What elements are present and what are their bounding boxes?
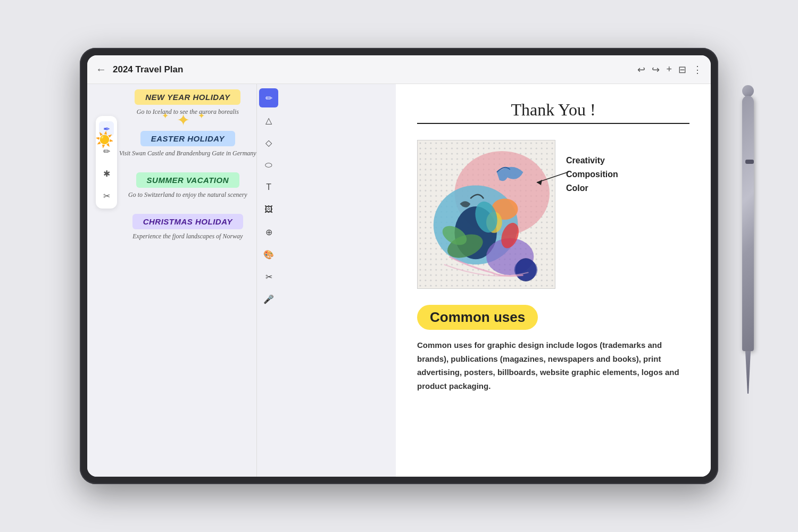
brush-tool[interactable]: ✱: [99, 166, 114, 181]
note-subtitle-new-year: Go to Iceland to see the aurora borealis: [137, 108, 239, 116]
note-label-christmas[interactable]: CHRISTMAS HOLIDAY: [132, 214, 243, 229]
stylus-body: [742, 96, 754, 351]
scene: ← 2024 Travel Plan ↩ ↪ + ⊟ ⋮ ✒ ✏ ✱: [27, 32, 771, 500]
left-panel: ✒ ✏ ✱ ✂ ✦ ✦ ✦: [87, 84, 396, 477]
common-uses-text: Common uses for graphic design include l…: [417, 338, 689, 393]
toolbar-zoom-icon[interactable]: ⊕: [259, 222, 278, 242]
note-item-christmas: CHRISTMAS HOLIDAY Experience the fjord l…: [119, 214, 256, 240]
artwork-section: Creativity Composition Color: [417, 140, 689, 289]
svg-point-13: [514, 259, 538, 280]
note-subtitle-christmas: Experience the fjord landscapes of Norwa…: [132, 232, 243, 240]
svg-marker-16: [537, 180, 542, 185]
toolbar-text-icon[interactable]: T: [259, 178, 278, 197]
toolbar-select-icon[interactable]: ✂: [259, 267, 278, 286]
note-subtitle-summer: Go to Switzerland to enjoy the natural s…: [128, 191, 247, 199]
toolbar-pen-icon[interactable]: ✏: [259, 88, 278, 107]
stylus-tip: [745, 351, 751, 394]
add-button[interactable]: +: [666, 64, 672, 75]
stylus-pen: [741, 85, 755, 394]
toolbar-shape-icon[interactable]: ◇: [259, 133, 278, 152]
note-item-new-year: NEW YEAR HOLIDAY Go to Iceland to see th…: [119, 89, 256, 116]
screen-content: ✒ ✏ ✱ ✂ ✦ ✦ ✦: [87, 84, 711, 477]
note-item-easter: ☀️ EASTER HOLIDAY Visit Swan Castle and …: [119, 131, 256, 157]
undo-button[interactable]: ↩: [637, 64, 645, 76]
stylus-button[interactable]: [745, 160, 754, 164]
common-uses-section: Common uses Common uses for graphic desi…: [417, 305, 689, 393]
toolbar-image-icon[interactable]: 🖼: [259, 200, 278, 219]
tablet-screen: ← 2024 Travel Plan ↩ ↪ + ⊟ ⋮ ✒ ✏ ✱: [87, 55, 711, 477]
notes-list: NEW YEAR HOLIDAY Go to Iceland to see th…: [119, 84, 256, 477]
note-label-easter[interactable]: EASTER HOLIDAY: [140, 131, 235, 146]
toolbar-lasso-icon[interactable]: ⬭: [259, 155, 278, 174]
note-label-new-year[interactable]: NEW YEAR HOLIDAY: [135, 89, 240, 105]
note-subtitle-easter: Visit Swan Castle and Brandenburg Gate i…: [119, 149, 256, 157]
mini-tool-palette: ✒ ✏ ✱ ✂: [96, 116, 117, 209]
note-label-summer[interactable]: SUMMER VACATION: [136, 172, 239, 188]
vertical-toolbar: ✏ △ ◇ ⬭ T 🖼 ⊕ 🎨 ✂ 🎤: [256, 84, 281, 477]
document-title: 2024 Travel Plan: [113, 64, 631, 75]
sun-icon: ☀️: [95, 131, 114, 148]
more-button[interactable]: ⋮: [693, 64, 702, 76]
toolbar-pencil-icon[interactable]: △: [259, 111, 278, 130]
redo-button[interactable]: ↪: [652, 64, 660, 76]
stylus-top: [742, 85, 754, 97]
right-panel: Thank You !: [396, 84, 711, 477]
back-button[interactable]: ←: [96, 63, 106, 76]
eraser-tool[interactable]: ✂: [99, 188, 114, 203]
tablet-device: ← 2024 Travel Plan ↩ ↪ + ⊟ ⋮ ✒ ✏ ✱: [80, 48, 718, 484]
common-uses-badge: Common uses: [417, 305, 538, 330]
thank-you-title: Thank You !: [417, 100, 689, 124]
toolbar-mic-icon[interactable]: 🎤: [259, 289, 278, 309]
layout-button[interactable]: ⊟: [678, 64, 686, 76]
note-item-summer: SUMMER VACATION Go to Switzerland to enj…: [119, 172, 256, 199]
top-bar: ← 2024 Travel Plan ↩ ↪ + ⊟ ⋮: [87, 55, 711, 84]
toolbar-color-icon[interactable]: 🎨: [259, 245, 278, 264]
artwork-labels: Creativity Composition Color: [566, 140, 618, 193]
